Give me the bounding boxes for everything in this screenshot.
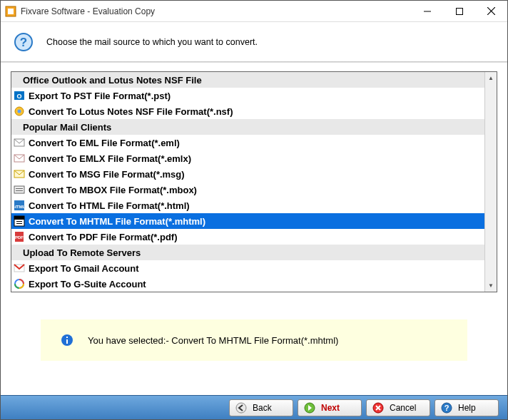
back-label: Back	[253, 403, 272, 413]
lotus-nsf-icon	[13, 105, 26, 118]
list-item[interactable]: Convert To MHTML File Format(*.mhtml)	[11, 213, 484, 229]
list-group-header: Upload To Remote Servers	[11, 245, 484, 260]
window-title: Fixvare Software - Evaluation Copy	[21, 6, 411, 16]
selection-info-panel: You have selected:- Convert To MHTML Fil…	[41, 319, 467, 361]
footer-bar: Back Next Cancel ? Help	[1, 395, 507, 419]
info-selection: Convert To MHTML File Format(*.mhtml)	[171, 335, 338, 346]
svg-rect-22	[16, 221, 22, 222]
list-item[interactable]: Convert To EMLX File Format(*.emlx)	[11, 150, 484, 166]
list-item-label: Convert To EML File Format(*.eml)	[29, 138, 180, 148]
minimize-button[interactable]	[411, 1, 443, 22]
back-button[interactable]: Back	[229, 399, 293, 416]
mbox-icon	[13, 183, 26, 196]
list-group-header: Popular Mail Clients	[11, 119, 484, 135]
svg-rect-16	[16, 188, 23, 189]
format-list[interactable]: Office Outlook and Lotus Notes NSF FileO…	[11, 72, 484, 292]
body-area: Office Outlook and Lotus Notes NSF FileO…	[1, 63, 507, 395]
svg-text:HTML: HTML	[14, 205, 25, 209]
list-group-header: Office Outlook and Lotus Notes NSF File	[11, 72, 484, 88]
window-controls	[411, 1, 507, 22]
app-window: Fixvare Software - Evaluation Copy ? Cho…	[0, 0, 508, 420]
svg-rect-1	[8, 9, 14, 14]
list-item-label: Convert To MSG File Format(*.msg)	[29, 169, 185, 180]
list-item[interactable]: OExport To PST File Format(*.pst)	[11, 88, 484, 103]
list-item[interactable]: Convert To MSG File Format(*.msg)	[11, 166, 484, 182]
list-item-label: Export To PST File Format(*.pst)	[29, 91, 171, 101]
mhtml-icon	[13, 215, 26, 227]
help-icon: ?	[441, 402, 452, 414]
close-button[interactable]	[475, 1, 507, 22]
instruction-header: ? Choose the mail source to which you wa…	[1, 22, 507, 61]
help-button[interactable]: ? Help	[435, 399, 499, 416]
msg-icon	[13, 168, 26, 180]
list-item[interactable]: HTMLConvert To HTML File Format(*.html)	[11, 198, 484, 213]
list-item-label: Convert To HTML File Format(*.html)	[29, 200, 190, 211]
list-item[interactable]: Export To G-Suite Account	[11, 276, 484, 292]
svg-rect-17	[16, 190, 23, 191]
info-prefix: You have selected:-	[88, 335, 171, 346]
cancel-label: Cancel	[390, 403, 416, 413]
list-item[interactable]: PDFConvert To PDF File Format(*.pdf)	[11, 229, 484, 245]
scroll-up-button[interactable]: ▲	[485, 72, 497, 84]
list-item-label: Convert To MBOX File Format(*.mbox)	[29, 185, 197, 195]
format-list-container: Office Outlook and Lotus Notes NSF FileO…	[11, 71, 497, 292]
next-label: Next	[321, 403, 340, 413]
svg-rect-3	[456, 8, 462, 14]
list-item-label: Export To Gmail Account	[29, 263, 139, 274]
selection-info-text: You have selected:- Convert To MHTML Fil…	[88, 335, 338, 346]
svg-rect-21	[14, 216, 24, 220]
list-item[interactable]: Export To Gmail Account	[11, 260, 484, 276]
list-item-label: Convert To PDF File Format(*.pdf)	[29, 232, 177, 242]
next-button[interactable]: Next	[298, 399, 362, 416]
svg-rect-30	[66, 337, 68, 338]
scroll-down-button[interactable]: ▼	[485, 280, 497, 292]
svg-text:?: ?	[20, 36, 27, 49]
html-icon: HTML	[13, 199, 26, 212]
cancel-icon	[372, 402, 384, 414]
info-icon	[61, 334, 73, 347]
titlebar: Fixvare Software - Evaluation Copy	[1, 1, 507, 22]
list-item-label: Convert To Lotus Notes NSF File Format(*…	[29, 106, 233, 117]
svg-point-31	[236, 403, 246, 413]
gmail-icon	[13, 262, 26, 275]
eml-icon	[13, 136, 26, 149]
svg-point-11	[18, 110, 21, 113]
instruction-text: Choose the mail source to which you want…	[46, 37, 258, 47]
svg-rect-15	[14, 186, 24, 193]
list-item-label: Convert To EMLX File Format(*.emlx)	[29, 153, 191, 164]
maximize-button[interactable]	[443, 1, 475, 22]
svg-rect-29	[66, 339, 68, 344]
list-item-label: Convert To MHTML File Format(*.mhtml)	[29, 216, 205, 227]
next-arrow-icon	[304, 402, 315, 414]
outlook-pst-icon: O	[13, 89, 26, 102]
list-item-label: Export To G-Suite Account	[29, 279, 146, 290]
emlx-icon	[13, 152, 26, 165]
back-arrow-icon	[235, 402, 247, 414]
gsuite-icon	[13, 277, 26, 290]
app-icon	[5, 6, 16, 17]
svg-text:?: ?	[444, 404, 449, 412]
svg-text:PDF: PDF	[15, 235, 24, 240]
scrollbar[interactable]: ▲ ▼	[484, 72, 497, 292]
list-item[interactable]: Convert To Lotus Notes NSF File Format(*…	[11, 103, 484, 119]
cancel-button[interactable]: Cancel	[366, 399, 430, 416]
question-icon: ?	[14, 32, 34, 52]
help-label: Help	[458, 403, 476, 413]
list-item[interactable]: Convert To EML File Format(*.eml)	[11, 135, 484, 150]
list-item[interactable]: Convert To MBOX File Format(*.mbox)	[11, 182, 484, 198]
svg-text:O: O	[16, 93, 21, 100]
pdf-icon: PDF	[13, 230, 26, 243]
svg-rect-23	[16, 223, 22, 224]
